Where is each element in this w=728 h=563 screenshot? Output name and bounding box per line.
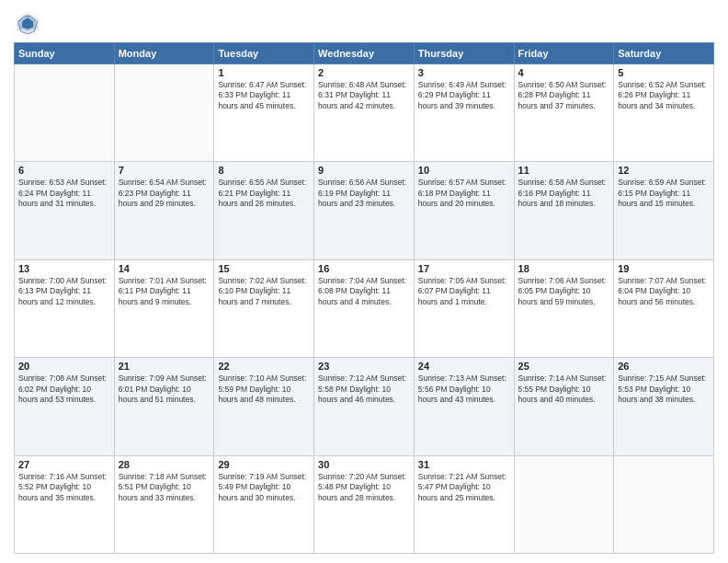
day-number: 27	[18, 459, 110, 470]
table-row: 25Sunrise: 7:14 AM Sunset: 5:55 PM Dayli…	[514, 358, 614, 455]
table-row: 15Sunrise: 7:02 AM Sunset: 6:10 PM Dayli…	[214, 259, 314, 357]
day-info: Sunrise: 6:50 AM Sunset: 6:28 PM Dayligh…	[518, 80, 610, 111]
col-header-monday: Monday	[114, 43, 214, 64]
table-row	[15, 64, 115, 162]
day-info: Sunrise: 6:56 AM Sunset: 6:19 PM Dayligh…	[318, 178, 410, 209]
table-row: 26Sunrise: 7:15 AM Sunset: 5:53 PM Dayli…	[614, 358, 714, 455]
table-row: 14Sunrise: 7:01 AM Sunset: 6:11 PM Dayli…	[114, 259, 214, 357]
table-row: 20Sunrise: 7:08 AM Sunset: 6:02 PM Dayli…	[15, 358, 115, 455]
day-info: Sunrise: 7:12 AM Sunset: 5:58 PM Dayligh…	[318, 373, 410, 405]
calendar-row: 27Sunrise: 7:16 AM Sunset: 5:52 PM Dayli…	[15, 455, 714, 553]
table-row: 12Sunrise: 6:59 AM Sunset: 6:15 PM Dayli…	[614, 162, 714, 259]
day-number: 6	[18, 165, 110, 176]
day-info: Sunrise: 7:06 AM Sunset: 6:05 PM Dayligh…	[518, 276, 610, 307]
day-number: 14	[119, 263, 210, 274]
table-row: 30Sunrise: 7:20 AM Sunset: 5:48 PM Dayli…	[314, 455, 415, 553]
day-number: 1	[218, 67, 310, 78]
day-number: 11	[518, 165, 610, 176]
day-info: Sunrise: 7:14 AM Sunset: 5:55 PM Dayligh…	[518, 373, 610, 405]
day-info: Sunrise: 6:57 AM Sunset: 6:18 PM Dayligh…	[418, 178, 510, 209]
table-row: 27Sunrise: 7:16 AM Sunset: 5:52 PM Dayli…	[15, 455, 115, 553]
day-number: 18	[518, 263, 610, 274]
table-row: 31Sunrise: 7:21 AM Sunset: 5:47 PM Dayli…	[414, 455, 514, 553]
day-info: Sunrise: 7:16 AM Sunset: 5:52 PM Dayligh…	[18, 472, 110, 503]
day-number: 24	[418, 361, 510, 372]
day-number: 2	[318, 67, 410, 78]
day-info: Sunrise: 6:58 AM Sunset: 6:16 PM Dayligh…	[518, 178, 610, 209]
col-header-sunday: Sunday	[15, 43, 115, 64]
calendar-row: 20Sunrise: 7:08 AM Sunset: 6:02 PM Dayli…	[15, 358, 714, 455]
day-number: 8	[218, 165, 310, 176]
day-info: Sunrise: 7:01 AM Sunset: 6:11 PM Dayligh…	[119, 276, 210, 307]
calendar-row: 1Sunrise: 6:47 AM Sunset: 6:33 PM Daylig…	[15, 64, 714, 162]
day-info: Sunrise: 7:20 AM Sunset: 5:48 PM Dayligh…	[318, 472, 410, 503]
table-row: 18Sunrise: 7:06 AM Sunset: 6:05 PM Dayli…	[514, 259, 614, 357]
day-number: 13	[18, 263, 110, 274]
table-row: 24Sunrise: 7:13 AM Sunset: 5:56 PM Dayli…	[414, 358, 514, 455]
day-info: Sunrise: 7:08 AM Sunset: 6:02 PM Dayligh…	[18, 373, 110, 405]
col-header-thursday: Thursday	[414, 43, 514, 64]
day-number: 17	[418, 263, 510, 274]
table-row: 23Sunrise: 7:12 AM Sunset: 5:58 PM Dayli…	[314, 358, 415, 455]
header-row: SundayMondayTuesdayWednesdayThursdayFrid…	[15, 43, 714, 64]
table-row	[514, 455, 614, 553]
day-info: Sunrise: 6:55 AM Sunset: 6:21 PM Dayligh…	[218, 178, 310, 209]
day-number: 25	[518, 361, 610, 372]
day-info: Sunrise: 7:00 AM Sunset: 6:13 PM Dayligh…	[18, 276, 110, 307]
table-row: 28Sunrise: 7:18 AM Sunset: 5:51 PM Dayli…	[114, 455, 214, 553]
day-number: 16	[318, 263, 410, 274]
day-number: 9	[318, 165, 410, 176]
col-header-friday: Friday	[514, 43, 614, 64]
table-row: 11Sunrise: 6:58 AM Sunset: 6:16 PM Dayli…	[514, 162, 614, 259]
table-row: 1Sunrise: 6:47 AM Sunset: 6:33 PM Daylig…	[214, 64, 314, 162]
day-info: Sunrise: 6:53 AM Sunset: 6:24 PM Dayligh…	[18, 178, 110, 209]
day-number: 26	[618, 361, 710, 372]
day-info: Sunrise: 7:02 AM Sunset: 6:10 PM Dayligh…	[218, 276, 310, 307]
day-number: 3	[418, 67, 510, 78]
table-row: 7Sunrise: 6:54 AM Sunset: 6:23 PM Daylig…	[114, 162, 214, 259]
day-number: 5	[618, 67, 710, 78]
table-row: 5Sunrise: 6:52 AM Sunset: 6:26 PM Daylig…	[614, 64, 714, 162]
day-number: 23	[318, 361, 410, 372]
day-info: Sunrise: 6:47 AM Sunset: 6:33 PM Dayligh…	[218, 80, 310, 111]
day-info: Sunrise: 7:21 AM Sunset: 5:47 PM Dayligh…	[418, 472, 510, 503]
day-number: 30	[318, 459, 410, 470]
table-row: 17Sunrise: 7:05 AM Sunset: 6:07 PM Dayli…	[414, 259, 514, 357]
day-info: Sunrise: 7:15 AM Sunset: 5:53 PM Dayligh…	[618, 373, 710, 405]
logo-icon	[14, 9, 41, 37]
table-row: 6Sunrise: 6:53 AM Sunset: 6:24 PM Daylig…	[15, 162, 115, 259]
day-number: 15	[218, 263, 310, 274]
day-info: Sunrise: 7:04 AM Sunset: 6:08 PM Dayligh…	[318, 276, 410, 307]
day-info: Sunrise: 6:49 AM Sunset: 6:29 PM Dayligh…	[418, 80, 510, 111]
table-row	[614, 455, 714, 553]
logo	[14, 9, 45, 37]
day-info: Sunrise: 6:59 AM Sunset: 6:15 PM Dayligh…	[618, 178, 710, 209]
table-row: 9Sunrise: 6:56 AM Sunset: 6:19 PM Daylig…	[314, 162, 415, 259]
day-number: 12	[618, 165, 710, 176]
day-number: 19	[618, 263, 710, 274]
day-number: 28	[119, 459, 210, 470]
table-row: 4Sunrise: 6:50 AM Sunset: 6:28 PM Daylig…	[514, 64, 614, 162]
day-info: Sunrise: 7:10 AM Sunset: 5:59 PM Dayligh…	[218, 373, 310, 405]
table-row: 21Sunrise: 7:09 AM Sunset: 6:01 PM Dayli…	[114, 358, 214, 455]
table-row: 10Sunrise: 6:57 AM Sunset: 6:18 PM Dayli…	[414, 162, 514, 259]
day-info: Sunrise: 7:05 AM Sunset: 6:07 PM Dayligh…	[418, 276, 510, 307]
day-info: Sunrise: 7:07 AM Sunset: 6:04 PM Dayligh…	[618, 276, 710, 307]
day-info: Sunrise: 6:48 AM Sunset: 6:31 PM Dayligh…	[318, 80, 410, 111]
day-number: 31	[418, 459, 510, 470]
day-number: 10	[418, 165, 510, 176]
calendar-row: 13Sunrise: 7:00 AM Sunset: 6:13 PM Dayli…	[15, 259, 714, 357]
table-row: 22Sunrise: 7:10 AM Sunset: 5:59 PM Dayli…	[214, 358, 314, 455]
col-header-tuesday: Tuesday	[214, 43, 314, 64]
table-row: 13Sunrise: 7:00 AM Sunset: 6:13 PM Dayli…	[15, 259, 115, 357]
col-header-saturday: Saturday	[614, 43, 714, 64]
table-row: 8Sunrise: 6:55 AM Sunset: 6:21 PM Daylig…	[214, 162, 314, 259]
day-number: 4	[518, 67, 610, 78]
table-row: 2Sunrise: 6:48 AM Sunset: 6:31 PM Daylig…	[314, 64, 415, 162]
day-number: 29	[218, 459, 310, 470]
table-row: 29Sunrise: 7:19 AM Sunset: 5:49 PM Dayli…	[214, 455, 314, 553]
day-info: Sunrise: 7:19 AM Sunset: 5:49 PM Dayligh…	[218, 472, 310, 503]
day-number: 22	[218, 361, 310, 372]
table-row: 16Sunrise: 7:04 AM Sunset: 6:08 PM Dayli…	[314, 259, 415, 357]
table-row	[114, 64, 214, 162]
